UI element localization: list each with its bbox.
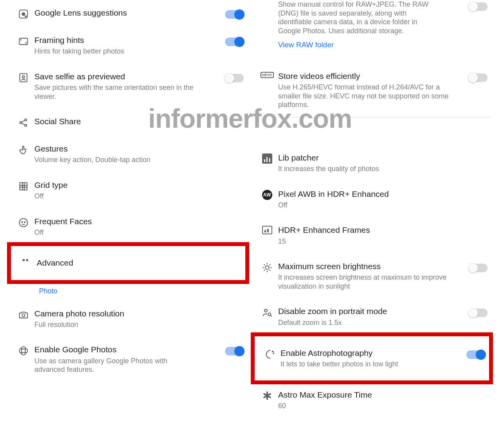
setting-disable-zoom-portrait[interactable]: Disable zoom in portrait mode Default zo… (253, 298, 491, 335)
svg-point-8 (25, 124, 27, 126)
setting-title: Save selfie as previewed (34, 71, 214, 82)
setting-title: Store videos efficiently (278, 71, 458, 81)
setting-title: Astro Max Exposure Time (278, 390, 485, 400)
hevc-icon: HEVC (261, 72, 274, 78)
setting-sub: It increases the quality of photos (278, 164, 485, 173)
toggle-astrophotography[interactable] (466, 350, 485, 359)
setting-title: Google Lens suggestions (34, 8, 214, 18)
setting-sub: It lets to take better photos in low lig… (280, 360, 455, 369)
selfie-icon (18, 72, 29, 83)
settings-right-column: Show manual control for RAW+JPEG. The RA… (250, 0, 500, 448)
svg-rect-9 (20, 182, 27, 190)
setting-title: Framing hints (34, 35, 214, 45)
setting-sub: Default zoom is 1.5x (278, 318, 458, 327)
setting-max-brightness[interactable]: Maximum screen brightness It increases s… (253, 253, 491, 298)
setting-sub: 15 (278, 237, 485, 246)
brightness-icon (262, 262, 273, 273)
setting-sub: 60 (278, 402, 485, 411)
aperture-icon (262, 391, 272, 401)
setting-pixel-awb[interactable]: AW Pixel AWB in HDR+ Enhanced Off (253, 181, 491, 218)
svg-point-10 (20, 218, 28, 227)
toggle-zoom-portrait[interactable] (469, 309, 488, 317)
toggle-google-photos[interactable] (225, 347, 244, 355)
setting-title: Maximum screen brightness (278, 261, 458, 271)
svg-point-16 (268, 313, 271, 316)
share-icon (18, 117, 29, 128)
moon-icon (264, 349, 275, 360)
setting-astro-exposure-time[interactable]: Astro Max Exposure Time 60 (253, 382, 491, 418)
setting-title: Social Share (34, 116, 241, 127)
svg-point-1 (22, 13, 25, 16)
setting-title: HDR+ Enhanced Frames (278, 225, 485, 235)
lens-icon (18, 9, 29, 20)
setting-sub: Save pictures with the same orientation … (34, 83, 198, 101)
setting-enable-astrophotography[interactable]: Enable Astrophotography It lets to take … (253, 335, 491, 382)
setting-title: Enable Google Photos (34, 344, 214, 355)
setting-social-share[interactable]: Social Share (9, 109, 247, 136)
awb-icon: AW (262, 190, 272, 200)
camera-icon (18, 309, 29, 320)
setting-sub: Full resolution (34, 320, 241, 329)
section-photo: Photo (9, 282, 247, 301)
face-icon (18, 217, 29, 228)
setting-title: Enable Astrophotography (280, 348, 455, 358)
gesture-icon (18, 145, 29, 155)
setting-grid-type[interactable]: Grid type Off (9, 172, 247, 209)
svg-point-15 (264, 309, 267, 312)
setting-sub: Off (34, 228, 241, 237)
svg-point-12 (24, 221, 25, 222)
setting-sub: Off (278, 201, 485, 210)
setting-sub: It increases screen brightness at maximu… (278, 273, 458, 291)
svg-point-2 (25, 16, 26, 17)
setting-title: Advanced (37, 258, 239, 268)
setting-sub: Volume key action, Double-tap action (34, 155, 241, 164)
svg-point-18 (273, 353, 274, 354)
view-raw-folder-link[interactable]: View RAW folder (278, 35, 458, 55)
toggle-framing-hints[interactable] (225, 37, 244, 46)
toggle-hevc[interactable] (469, 73, 488, 82)
toggle-google-lens[interactable] (225, 10, 244, 19)
setting-hevc[interactable]: HEVC Store videos efficiently Use H.265/… (253, 63, 491, 117)
setting-sub: Show manual control for RAW+JPEG. The RA… (278, 0, 434, 35)
setting-raw-control[interactable]: Show manual control for RAW+JPEG. The RA… (253, 0, 491, 63)
setting-sub: Hints for taking better photos (34, 47, 214, 56)
setting-google-lens[interactable]: Google Lens suggestions (9, 0, 247, 27)
more-icon: •• (22, 259, 29, 262)
svg-rect-3 (20, 38, 28, 45)
setting-sub: Use H.265/HEVC format instead of H.264/A… (278, 83, 458, 109)
svg-point-13 (22, 314, 25, 316)
svg-point-6 (20, 121, 21, 123)
setting-title: Grid type (34, 180, 241, 190)
svg-point-5 (22, 76, 25, 78)
setting-title: Frequent Faces (34, 216, 241, 227)
setting-save-selfie[interactable]: Save selfie as previewed Save pictures w… (9, 64, 247, 109)
person-search-icon (262, 307, 273, 318)
svg-point-11 (21, 221, 22, 222)
setting-advanced[interactable]: •• Advanced (9, 245, 247, 281)
toggle-raw-control[interactable] (469, 2, 488, 11)
lib-patcher-icon (262, 153, 272, 164)
grid-icon (18, 181, 29, 192)
hdr-frames-icon (262, 226, 272, 234)
google-photos-icon (18, 345, 29, 356)
svg-point-17 (272, 351, 273, 352)
spacer (253, 120, 491, 145)
setting-sub: Use as camera gallery Google Photos with… (34, 357, 198, 374)
setting-frequent-faces[interactable]: Frequent Faces Off (9, 209, 247, 245)
setting-title: Disable zoom in portrait mode (278, 306, 458, 316)
setting-title: Gestures (34, 144, 241, 154)
frame-icon (18, 36, 29, 47)
setting-title: Camera photo resolution (34, 309, 241, 319)
toggle-brightness[interactable] (469, 264, 488, 272)
divider (253, 117, 491, 118)
svg-point-14 (265, 266, 269, 269)
setting-hdr-frames[interactable]: HDR+ Enhanced Frames 15 (253, 217, 491, 253)
setting-title: Pixel AWB in HDR+ Enhanced (278, 189, 485, 199)
setting-enable-google-photos[interactable]: Enable Google Photos Use as camera galle… (9, 337, 247, 382)
setting-framing-hints[interactable]: Framing hints Hints for taking better ph… (9, 27, 247, 64)
setting-gestures[interactable]: Gestures Volume key action, Double-tap a… (9, 136, 247, 172)
setting-camera-resolution[interactable]: Camera photo resolution Full resolution (9, 301, 247, 337)
toggle-save-selfie[interactable] (225, 74, 244, 82)
setting-sub: Off (34, 192, 241, 201)
setting-lib-patcher[interactable]: Lib patcher It increases the quality of … (253, 145, 491, 181)
